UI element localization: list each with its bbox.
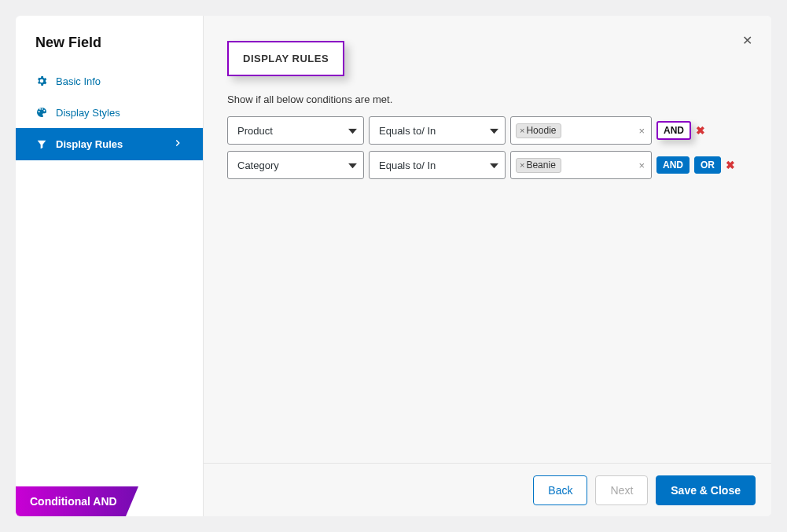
- next-button: Next: [595, 475, 648, 505]
- main-panel: ✕ DISPLAY RULES Show if all below condit…: [204, 16, 771, 516]
- modal: New Field Basic Info Display Styles Disp…: [16, 16, 771, 516]
- delete-rule-button[interactable]: ✖: [696, 124, 705, 137]
- sidebar-item-label: Basic Info: [56, 75, 101, 87]
- value-tag[interactable]: × Hoodie: [516, 123, 561, 138]
- rule-operator-select[interactable]: Equals to/ In: [369, 116, 506, 145]
- chevron-down-icon: [490, 160, 498, 171]
- sidebar-item-label: Display Styles: [56, 107, 120, 119]
- and-button[interactable]: AND: [656, 156, 690, 174]
- value-tag[interactable]: × Beanie: [516, 158, 561, 173]
- tag-label: Beanie: [526, 160, 555, 171]
- sidebar-footer-label: Conditional AND: [30, 495, 117, 508]
- select-value: Equals to/ In: [379, 125, 436, 137]
- select-value: Product: [237, 125, 273, 137]
- sidebar-item-label: Display Rules: [56, 138, 123, 150]
- rule-subject-select[interactable]: Product: [227, 116, 364, 145]
- chevron-down-icon: [348, 125, 357, 137]
- conditional-and-banner: Conditional AND: [16, 486, 157, 516]
- sidebar-item-display-rules[interactable]: Display Rules: [16, 128, 203, 160]
- tab-display-rules[interactable]: DISPLAY RULES: [227, 41, 344, 76]
- rule-value-input[interactable]: × Hoodie ×: [510, 116, 652, 145]
- rule-actions: AND OR ✖: [656, 156, 727, 174]
- chevron-down-icon: [490, 125, 498, 137]
- rule-actions: AND ✖: [656, 121, 727, 140]
- chevron-right-icon: [172, 138, 183, 151]
- rule-subject-select[interactable]: Category: [227, 151, 364, 179]
- sidebar-title: New Field: [16, 16, 203, 65]
- filter-icon: [35, 138, 48, 151]
- main-content: DISPLAY RULES Show if all below conditio…: [204, 16, 771, 463]
- tag-remove-icon[interactable]: ×: [520, 126, 524, 135]
- rule-operator-select[interactable]: Equals to/ In: [369, 151, 506, 179]
- sidebar-list: Basic Info Display Styles Display Rules: [16, 65, 203, 160]
- select-value: Equals to/ In: [379, 160, 436, 171]
- delete-rule-button[interactable]: ✖: [726, 159, 735, 171]
- tag-remove-icon[interactable]: ×: [520, 160, 524, 170]
- rule-row: Product Equals to/ In × Hoodie: [227, 116, 748, 145]
- tag-label: Hoodie: [526, 125, 556, 136]
- select-value: Category: [237, 160, 279, 171]
- and-button[interactable]: AND: [656, 121, 691, 140]
- clear-input-icon[interactable]: ×: [638, 125, 645, 137]
- rules-hint: Show if all below conditions are met.: [227, 94, 748, 105]
- chevron-down-icon: [348, 160, 357, 171]
- save-close-button[interactable]: Save & Close: [656, 475, 756, 505]
- gear-icon: [35, 75, 48, 87]
- or-button[interactable]: OR: [694, 156, 721, 174]
- clear-input-icon[interactable]: ×: [638, 160, 645, 171]
- palette-icon: [35, 106, 48, 119]
- sidebar: New Field Basic Info Display Styles Disp…: [16, 16, 204, 516]
- rule-value-input[interactable]: × Beanie ×: [510, 151, 652, 179]
- rule-row: Category Equals to/ In × Beanie: [227, 151, 748, 179]
- sidebar-item-display-styles[interactable]: Display Styles: [16, 97, 203, 128]
- sidebar-item-basic-info[interactable]: Basic Info: [16, 65, 203, 97]
- back-button[interactable]: Back: [533, 475, 587, 505]
- modal-footer: Back Next Save & Close: [204, 463, 771, 516]
